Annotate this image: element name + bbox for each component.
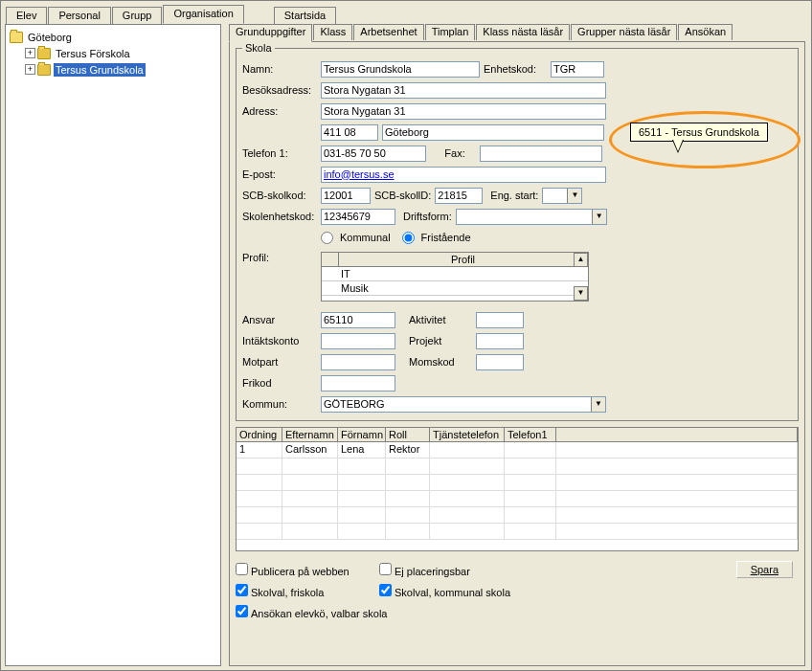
- label-ansvar: Ansvar: [242, 314, 321, 325]
- tab-startsida[interactable]: Startsida: [274, 7, 336, 24]
- staff-grid[interactable]: Ordning Efternamn Förnamn Roll Tjänstete…: [236, 427, 799, 551]
- fieldset-skola: Skola Namn: Enhetskod: Besöksadress: Adr…: [236, 48, 799, 421]
- profile-header-profil: Profil: [339, 253, 588, 266]
- kommun-select[interactable]: GÖTEBORG ▼: [321, 396, 606, 413]
- scroll-up-icon[interactable]: ▲: [574, 253, 588, 267]
- label-projekt: Projekt: [409, 335, 476, 347]
- fax-input[interactable]: [480, 145, 602, 162]
- tree-root-label: Göteborg: [26, 31, 74, 44]
- tab-ansokan[interactable]: Ansökan: [678, 24, 733, 40]
- telefon1-input[interactable]: [321, 145, 426, 162]
- label-scb-skolkod: SCB-skolkod:: [242, 190, 321, 201]
- gh-fornamn[interactable]: Förnamn: [338, 428, 386, 441]
- label-adress: Adress:: [242, 105, 321, 117]
- tab-grunduppgifter[interactable]: Grunduppgifter: [229, 24, 312, 42]
- chevron-down-icon[interactable]: ▼: [567, 189, 581, 203]
- tab-organisation[interactable]: Organisation: [163, 5, 243, 24]
- chk-ejplacer[interactable]: Ej placeringsbar: [379, 563, 470, 577]
- gh-telefon1[interactable]: Telefon1: [505, 428, 556, 441]
- namn-input[interactable]: [321, 61, 480, 78]
- label-epost: E-post:: [242, 168, 321, 180]
- chk-skolval-fri[interactable]: Skolval, friskola: [236, 584, 379, 598]
- label-enhetskod: Enhetskod:: [480, 63, 551, 75]
- tab-grupp[interactable]: Grupp: [112, 7, 163, 24]
- tree-child-0-label: Tersus Förskola: [54, 47, 132, 60]
- tab-grupper-nasta[interactable]: Grupper nästa läsår: [571, 24, 677, 40]
- table-row[interactable]: 1 Carlsson Lena Rektor: [237, 442, 798, 459]
- gh-tjanstetelefon[interactable]: Tjänstetelefon: [430, 428, 505, 441]
- chk-skolval-kom[interactable]: Skolval, kommunal skola: [379, 584, 510, 598]
- gh-ordning[interactable]: Ordning: [237, 428, 282, 441]
- radio-kommunal[interactable]: Kommunal: [321, 232, 391, 244]
- intaktskonto-input[interactable]: [321, 333, 395, 349]
- driftsform-select[interactable]: ▼: [456, 209, 607, 225]
- folder-open-icon: [10, 32, 23, 43]
- label-frikod: Frikod: [242, 377, 321, 389]
- label-namn: Namn:: [242, 63, 321, 75]
- label-skolenhetskod: Skolenhetskod:: [242, 211, 321, 222]
- projekt-input[interactable]: [476, 333, 524, 349]
- profile-row-1[interactable]: Musik: [341, 282, 369, 294]
- tab-elev[interactable]: Elev: [6, 7, 47, 24]
- tree-root[interactable]: Göteborg: [10, 29, 216, 45]
- ort-input[interactable]: [382, 124, 604, 141]
- profile-row-0[interactable]: IT: [341, 268, 350, 280]
- postnr-input[interactable]: [321, 124, 378, 141]
- scroll-down-icon[interactable]: ▼: [574, 286, 588, 301]
- gh-efternamn[interactable]: Efternamn: [282, 428, 338, 441]
- chk-publicera[interactable]: Publicera på webben: [236, 563, 379, 577]
- tab-personal[interactable]: Personal: [48, 7, 110, 24]
- fieldset-skola-legend: Skola: [242, 42, 275, 54]
- expand-icon[interactable]: +: [25, 64, 35, 75]
- label-motpart: Motpart: [242, 356, 321, 368]
- spara-button[interactable]: Spara: [736, 561, 793, 578]
- tree-panel: Göteborg + Tersus Förskola + Tersus Grun…: [5, 24, 221, 666]
- tab-timplan[interactable]: Timplan: [425, 24, 476, 40]
- label-momskod: Momskod: [409, 356, 476, 368]
- adress-input[interactable]: [321, 103, 606, 120]
- scb-skolkod-input[interactable]: [321, 188, 371, 204]
- besoksadress-input[interactable]: [321, 82, 606, 99]
- label-profil: Profil:: [242, 252, 321, 263]
- radio-fristaende[interactable]: Fristående: [402, 232, 471, 244]
- chevron-down-icon[interactable]: ▼: [591, 397, 605, 412]
- tree-child-1-label: Tersus Grundskola: [54, 63, 146, 77]
- annotation-balloon: 6511 - Tersus Grundskola: [630, 123, 768, 142]
- gh-roll[interactable]: Roll: [386, 428, 430, 441]
- chk-ansokan[interactable]: Ansökan elevkö, valbar skola: [236, 605, 387, 619]
- enhetskod-input[interactable]: [551, 61, 604, 78]
- label-fax: Fax:: [426, 147, 480, 159]
- label-aktivitet: Aktivitet: [409, 314, 476, 325]
- label-eng-start: Eng. start:: [490, 190, 538, 201]
- profile-header-blank: [322, 253, 339, 266]
- tab-klass[interactable]: Klass: [313, 24, 352, 40]
- label-besoksadress: Besöksadress:: [242, 84, 321, 96]
- profile-list[interactable]: Profil IT Musik ▲ ▼: [321, 252, 589, 302]
- tab-arbetsenhet[interactable]: Arbetsenhet: [353, 24, 423, 40]
- label-scb-skolld: SCB-skollD:: [374, 190, 431, 201]
- epost-link[interactable]: info@tersus.se: [324, 168, 395, 180]
- label-telefon1: Telefon 1:: [242, 147, 321, 159]
- aktivitet-input[interactable]: [476, 312, 524, 328]
- tree-child-1[interactable]: + Tersus Grundskola: [10, 61, 216, 78]
- expand-icon[interactable]: +: [25, 48, 35, 58]
- eng-start-select[interactable]: ▼: [542, 188, 582, 204]
- folder-icon: [37, 48, 51, 59]
- scb-skolld-input[interactable]: [435, 188, 483, 204]
- folder-icon: [37, 64, 51, 76]
- momskod-input[interactable]: [476, 354, 524, 370]
- tab-klass-nasta[interactable]: Klass nästa läsår: [476, 24, 570, 40]
- tree-child-0[interactable]: + Tersus Förskola: [10, 45, 216, 61]
- motpart-input[interactable]: [321, 354, 395, 370]
- chevron-down-icon[interactable]: ▼: [592, 210, 606, 224]
- ansvar-input[interactable]: [321, 312, 395, 328]
- skolenhetskod-input[interactable]: [321, 209, 395, 225]
- frikod-input[interactable]: [321, 375, 395, 391]
- label-intaktskonto: Intäktskonto: [242, 335, 321, 347]
- label-driftsform: Driftsform:: [403, 211, 452, 222]
- label-kommun: Kommun:: [242, 398, 321, 410]
